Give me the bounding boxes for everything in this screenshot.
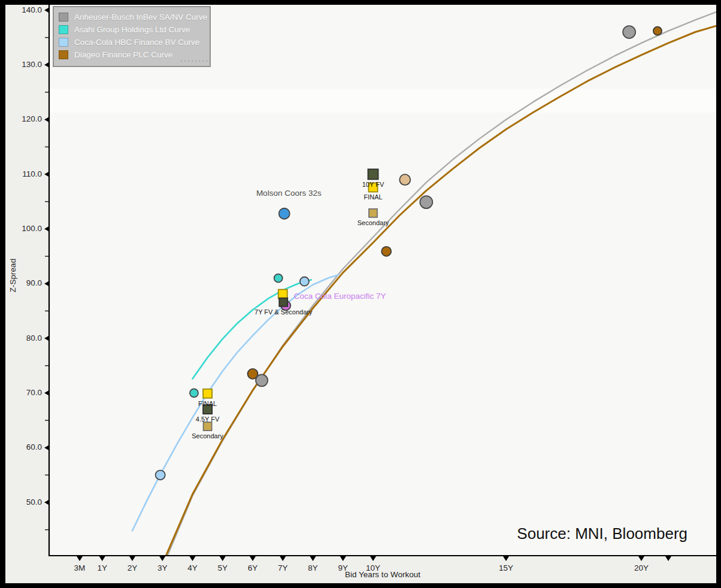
7y-fair-value-point[interactable] bbox=[279, 298, 287, 307]
y-tick-label: 70.0 bbox=[26, 388, 42, 397]
legend-item-asahi-group-holdings-ltd-curve[interactable]: Asahi Group Holdings Ltd Curve bbox=[59, 23, 205, 36]
diageo-circle-10y-point[interactable] bbox=[381, 247, 391, 256]
point-label: FINAL bbox=[363, 193, 382, 201]
chart-legend[interactable]: Anheuser-Busch InBev SA/NV CurveAsahi Gr… bbox=[53, 6, 211, 67]
legend-item-label: Coca-Cola HBC Finance BV Curve bbox=[74, 38, 199, 47]
legend-swatch-icon bbox=[59, 25, 68, 34]
point-label: Secondary bbox=[192, 432, 223, 440]
legend-item-coca-cola-hbc-finance-bv-curve[interactable]: Coca-Cola HBC Finance BV Curve bbox=[59, 36, 205, 49]
cchbc-circle-3y-point[interactable] bbox=[156, 470, 165, 480]
molson-coors-32s-point[interactable] bbox=[279, 208, 290, 219]
europacific-annotation: Coca Cola Europacific 7Y bbox=[294, 292, 386, 301]
diageo-circle-20y-point[interactable] bbox=[653, 27, 662, 35]
plot-area bbox=[50, 5, 716, 556]
scatter-plot[interactable]: 140.0130.0120.0110.0100.090.080.070.060.… bbox=[0, 0, 721, 588]
y-axis: 140.0130.0120.0110.0100.090.080.070.060.… bbox=[22, 5, 49, 556]
y-tick-label: 60.0 bbox=[26, 442, 42, 451]
gray-circle-20y-point[interactable] bbox=[623, 26, 635, 38]
y-axis-title: Z-Spread bbox=[8, 216, 20, 335]
window-frame: 140.0130.0120.0110.0100.090.080.070.060.… bbox=[0, 0, 721, 588]
source-note: Source: MNI, Bloomberg bbox=[517, 525, 687, 543]
point-label: FINAL bbox=[198, 400, 217, 407]
10y-fair-value-point[interactable] bbox=[368, 169, 378, 179]
gray-circle-6y-point[interactable] bbox=[256, 374, 268, 386]
point-label: 4.5Y FV bbox=[196, 416, 220, 423]
y-tick-label: 90.0 bbox=[26, 278, 42, 287]
y-tick-label: 100.0 bbox=[22, 224, 42, 233]
legend-resize-grip[interactable] bbox=[180, 59, 207, 64]
y-tick-label: 110.0 bbox=[22, 169, 42, 178]
legend-swatch-icon bbox=[59, 50, 68, 59]
point-label: Secondary bbox=[358, 219, 389, 226]
molson-coors-annotation: Molson Coors 32s bbox=[256, 189, 322, 198]
background-band bbox=[50, 89, 716, 113]
10y-secondary-point[interactable] bbox=[369, 209, 377, 217]
legend-swatch-icon bbox=[59, 13, 68, 22]
asahi-circle-7y-point[interactable] bbox=[274, 274, 283, 283]
asahi-circle-4y-point[interactable] bbox=[190, 389, 198, 397]
gray-circle-12y-point[interactable] bbox=[420, 196, 432, 208]
y-tick-label: 130.0 bbox=[22, 60, 42, 69]
y-tick-label: 140.0 bbox=[22, 5, 42, 14]
point-label: 7Y FV & Secondary bbox=[255, 308, 313, 316]
y-tick-label: 80.0 bbox=[26, 334, 42, 343]
45y-final-point[interactable] bbox=[203, 389, 212, 398]
legend-swatch-icon bbox=[59, 38, 68, 47]
y-tick-label: 120.0 bbox=[22, 114, 42, 123]
legend-item-label: Diageo Finance PLC Curve bbox=[74, 50, 172, 59]
y-tick-label: 50.0 bbox=[26, 498, 42, 507]
legend-item-label: Asahi Group Holdings Ltd Curve bbox=[74, 25, 190, 34]
tan-circle-11y-point[interactable] bbox=[399, 174, 410, 185]
point-label: 10Y FV bbox=[362, 181, 384, 188]
45y-secondary-point[interactable] bbox=[204, 422, 212, 431]
legend-item-anheuser-busch-inbev-sa-nv-curve[interactable]: Anheuser-Busch InBev SA/NV Curve bbox=[59, 11, 205, 23]
7y-final-point[interactable] bbox=[278, 290, 287, 299]
legend-item-label: Anheuser-Busch InBev SA/NV Curve bbox=[74, 13, 207, 22]
x-axis-title: Bid Years to Workout bbox=[49, 570, 716, 579]
cchbc-circle-8y-point[interactable] bbox=[300, 277, 309, 286]
